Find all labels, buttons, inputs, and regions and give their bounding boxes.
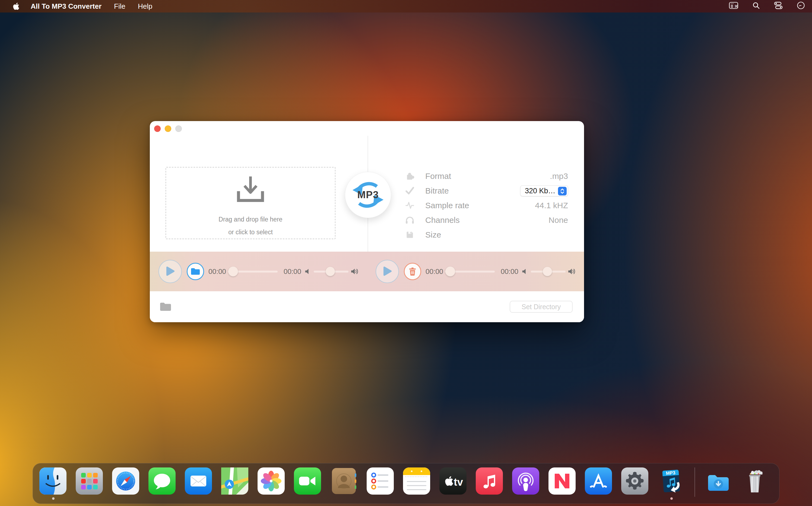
trash-icon (409, 267, 417, 276)
open-file-button[interactable] (187, 263, 204, 280)
play-icon (166, 266, 175, 277)
setting-row-samplerate: Sample rate 44.1 kHZ (403, 198, 568, 213)
source-elapsed-time: 00:00 (208, 267, 226, 276)
bitrate-dropdown[interactable]: 320 Kb… (520, 185, 568, 196)
spotlight-search-icon[interactable] (752, 2, 760, 11)
apple-tv-label: tv (454, 477, 463, 488)
volume-thumb[interactable] (543, 267, 552, 276)
volume-thumb[interactable] (326, 267, 335, 276)
window-controls (154, 125, 182, 132)
menu-app-name[interactable]: All To MP3 Converter (31, 2, 101, 11)
system-settings-icon (621, 468, 648, 495)
folder-open-icon (190, 267, 200, 275)
source-seek-slider[interactable] (228, 266, 278, 277)
seek-thumb[interactable] (445, 267, 455, 276)
dock-safari[interactable] (112, 468, 139, 495)
downloads-folder-icon (705, 468, 732, 495)
source-play-button[interactable] (159, 260, 182, 283)
setting-row-channels: Channels None (403, 213, 568, 228)
dock-trash[interactable] (741, 468, 768, 495)
facetime-icon (294, 468, 321, 495)
puzzle-icon (403, 171, 416, 181)
close-button[interactable] (154, 125, 161, 132)
dock-launchpad[interactable] (76, 468, 103, 495)
menu-help[interactable]: Help (138, 2, 152, 11)
converter-window: Drag and drop file here or click to sele… (150, 121, 584, 322)
dock-reminders[interactable] (367, 468, 394, 495)
news-icon (548, 468, 575, 495)
running-indicator (670, 497, 673, 500)
size-label: Size (425, 230, 441, 239)
play-icon (383, 266, 392, 277)
minimize-button[interactable] (165, 125, 171, 132)
source-total-time: 00:00 (284, 267, 301, 276)
dock-messages[interactable] (149, 468, 176, 495)
volume-speaker-icon (568, 268, 576, 275)
output-volume-slider[interactable] (531, 266, 565, 277)
control-center-icon[interactable] (774, 2, 783, 11)
dock-music[interactable] (476, 468, 503, 495)
finder-icon (39, 468, 67, 495)
dock-separator (695, 468, 695, 497)
output-play-button[interactable] (376, 260, 399, 283)
save-icon (403, 230, 416, 240)
dock-finder[interactable] (39, 468, 67, 495)
dock-maps[interactable] (221, 468, 248, 495)
apple-tv-icon: tv (439, 468, 466, 495)
dropzone-line2: or click to select (228, 229, 273, 236)
dock-facetime[interactable] (294, 468, 321, 495)
dock-notes[interactable] (403, 468, 430, 495)
dock-contacts[interactable] (330, 468, 357, 495)
check-icon (403, 186, 416, 196)
dock-apple-tv[interactable]: tv (439, 468, 466, 495)
apple-menu-icon[interactable] (12, 2, 20, 10)
samplerate-value: 44.1 kHZ (535, 201, 568, 210)
dock-podcasts[interactable] (512, 468, 539, 495)
menu-file[interactable]: File (114, 2, 125, 11)
mp3-file-label: MP3 (666, 470, 675, 476)
delete-output-button[interactable] (404, 263, 421, 280)
app-store-icon (585, 468, 612, 495)
mute-speaker-icon[interactable] (522, 268, 529, 275)
mute-speaker-icon[interactable] (304, 268, 311, 275)
trash-full-icon (741, 468, 768, 495)
reminders-icon (367, 468, 394, 495)
stepper-chevrons-icon (558, 187, 567, 195)
output-elapsed-time: 00:00 (426, 267, 443, 276)
dock-mail[interactable] (185, 468, 212, 495)
photos-icon (258, 468, 285, 495)
dock-system-settings[interactable] (621, 468, 648, 495)
maps-icon (221, 468, 248, 495)
dock-news[interactable] (548, 468, 575, 495)
dropzone-line1: Drag and drop file here (218, 216, 282, 223)
window-footer: Set Directory (150, 291, 584, 322)
seek-thumb[interactable] (228, 267, 238, 276)
download-icon (235, 175, 267, 205)
running-indicator (52, 497, 55, 500)
channels-value: None (548, 216, 568, 225)
waveform-icon (403, 200, 416, 210)
output-total-time: 00:00 (501, 267, 518, 276)
keyboard-input-icon[interactable]: ⌘ (729, 2, 738, 11)
channels-label: Channels (425, 216, 460, 225)
output-settings: Format .mp3 Bitrate 320 Kb… Sample rate (403, 169, 568, 242)
source-volume-slider[interactable] (314, 266, 349, 277)
messages-icon (149, 468, 176, 495)
menu-bar: All To MP3 Converter File Help ⌘ (0, 0, 812, 12)
volume-speaker-icon (351, 268, 359, 275)
clock-icon[interactable] (797, 1, 805, 11)
dock-all-to-mp3-converter[interactable]: MP3 (657, 468, 685, 495)
dock-photos[interactable] (258, 468, 285, 495)
safari-icon (112, 468, 139, 495)
player-bar: 00:00 00:00 (150, 252, 584, 291)
music-icon (476, 468, 503, 495)
dock-app-store[interactable] (585, 468, 612, 495)
all-to-mp3-converter-icon: MP3 (657, 468, 685, 495)
set-directory-button[interactable]: Set Directory (510, 301, 573, 313)
dock-downloads[interactable] (705, 468, 732, 495)
file-dropzone[interactable]: Drag and drop file here or click to sele… (166, 167, 336, 239)
setting-row-size: Size (403, 228, 568, 242)
badge-label: MP3 (357, 189, 379, 200)
output-directory-icon[interactable] (160, 302, 172, 312)
output-seek-slider[interactable] (445, 266, 495, 277)
